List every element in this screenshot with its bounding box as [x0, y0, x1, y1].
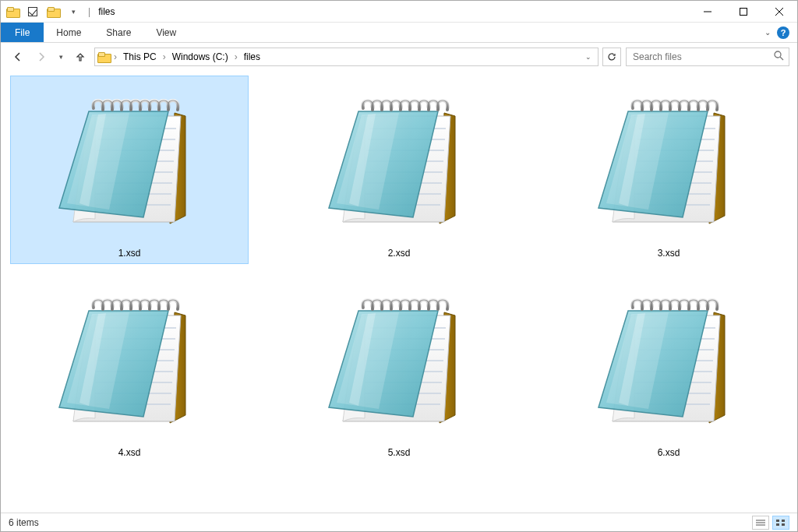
notepad-file-icon — [309, 81, 489, 245]
status-bar: 6 items — [1, 513, 797, 531]
file-name-label: 6.xsd — [658, 447, 680, 458]
qat-newfolder-icon[interactable] — [44, 3, 62, 20]
breadcrumb-sep-icon: › — [112, 51, 118, 62]
qat-properties-icon[interactable] — [24, 3, 41, 20]
address-bar[interactable]: › This PC › Windows (C:) › files ⌄ — [94, 48, 598, 66]
ribbon-tab-home[interactable]: Home — [44, 23, 94, 42]
refresh-button[interactable] — [602, 48, 621, 66]
file-item[interactable]: 2.xsd — [280, 76, 518, 264]
nav-up-button[interactable] — [71, 48, 90, 66]
search-input[interactable] — [631, 51, 774, 63]
nav-back-button[interactable] — [9, 48, 27, 66]
notepad-file-icon — [40, 280, 219, 444]
nav-forward-button[interactable] — [32, 48, 51, 66]
minimize-button[interactable] — [690, 1, 726, 23]
file-item[interactable]: 6.xsd — [549, 275, 788, 463]
notepad-file-icon — [309, 280, 489, 444]
breadcrumb-sep-icon: › — [233, 51, 239, 62]
file-list-pane[interactable]: 1.xsd2.xsd3.xsd4.xsd5.xsd6.xsd — [1, 71, 797, 513]
explorer-window: ▾ | files File Home Share View ⌄ ? — [0, 0, 798, 532]
breadcrumb-folder[interactable]: files — [241, 48, 263, 65]
svg-line-13 — [780, 57, 783, 60]
notepad-file-icon — [579, 81, 758, 245]
ribbon: File Home Share View ⌄ ? — [1, 23, 797, 43]
breadcrumb-this-pc[interactable]: This PC — [120, 48, 160, 65]
file-item[interactable]: 5.xsd — [280, 275, 518, 463]
svg-rect-20 — [782, 523, 785, 526]
close-button[interactable] — [761, 1, 797, 23]
breadcrumb-drive[interactable]: Windows (C:) — [169, 48, 231, 65]
search-icon[interactable] — [774, 51, 784, 63]
file-name-label: 2.xsd — [388, 248, 411, 259]
file-name-label: 5.xsd — [388, 447, 411, 458]
search-box[interactable] — [626, 48, 789, 66]
address-dropdown-icon[interactable]: ⌄ — [581, 53, 596, 61]
navbar: ▾ › This PC › Windows (C:) › files ⌄ — [1, 43, 797, 71]
svg-rect-19 — [776, 523, 779, 526]
file-name-label: 4.xsd — [118, 447, 141, 458]
svg-rect-18 — [782, 520, 785, 522]
file-item[interactable]: 3.xsd — [549, 76, 788, 264]
breadcrumb-sep-icon: › — [161, 51, 168, 62]
ribbon-file-tab[interactable]: File — [1, 23, 44, 42]
view-details-button[interactable] — [752, 516, 769, 530]
notepad-file-icon — [579, 280, 758, 444]
status-item-count: 6 items — [9, 517, 39, 528]
file-item[interactable]: 4.xsd — [10, 275, 249, 463]
file-item[interactable]: 1.xsd — [10, 76, 249, 264]
svg-rect-9 — [740, 8, 747, 15]
file-name-label: 1.xsd — [118, 248, 141, 259]
ribbon-tab-share[interactable]: Share — [94, 23, 143, 42]
svg-point-12 — [775, 51, 781, 58]
qat-folder-icon[interactable] — [4, 3, 21, 20]
maximize-button[interactable] — [726, 1, 761, 23]
nav-recent-dropdown[interactable]: ▾ — [55, 48, 66, 66]
file-name-label: 3.xsd — [658, 248, 680, 259]
ribbon-expand-icon[interactable]: ⌄ — [764, 28, 771, 37]
qat-customize-dropdown[interactable]: ▾ — [65, 3, 82, 20]
address-folder-icon — [97, 50, 111, 64]
svg-rect-17 — [776, 520, 779, 522]
help-icon[interactable]: ? — [777, 26, 789, 39]
ribbon-tab-view[interactable]: View — [143, 23, 189, 42]
view-largeicons-button[interactable] — [772, 516, 789, 530]
title-separator: | — [88, 6, 90, 17]
notepad-file-icon — [40, 81, 219, 245]
window-title: files — [98, 6, 115, 17]
titlebar: ▾ | files — [1, 1, 797, 23]
